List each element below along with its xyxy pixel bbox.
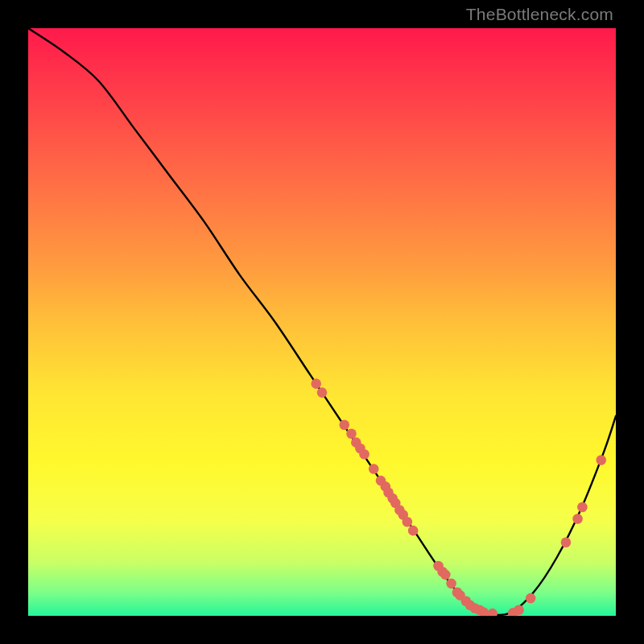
data-dot <box>339 419 349 430</box>
data-dot <box>408 526 419 536</box>
data-dot <box>311 378 321 389</box>
data-dot <box>572 514 583 524</box>
data-dot <box>359 449 369 460</box>
data-dot <box>487 609 497 616</box>
data-dot <box>526 593 536 604</box>
bottleneck-curve <box>28 28 616 615</box>
data-dot <box>317 387 328 398</box>
data-dot <box>346 428 357 439</box>
data-dots <box>311 378 606 616</box>
data-dot <box>577 502 588 513</box>
chart-overlay <box>28 28 616 616</box>
plot-area <box>28 28 616 616</box>
data-dot <box>514 605 524 615</box>
watermark-text: TheBottleneck.com <box>466 5 613 24</box>
data-dot <box>596 455 606 465</box>
data-dot <box>369 464 379 474</box>
data-dot <box>440 570 451 580</box>
data-dot <box>402 517 413 527</box>
data-dot <box>561 537 572 547</box>
chart-stage: TheBottleneck.com <box>0 0 644 644</box>
data-dot <box>446 579 456 589</box>
